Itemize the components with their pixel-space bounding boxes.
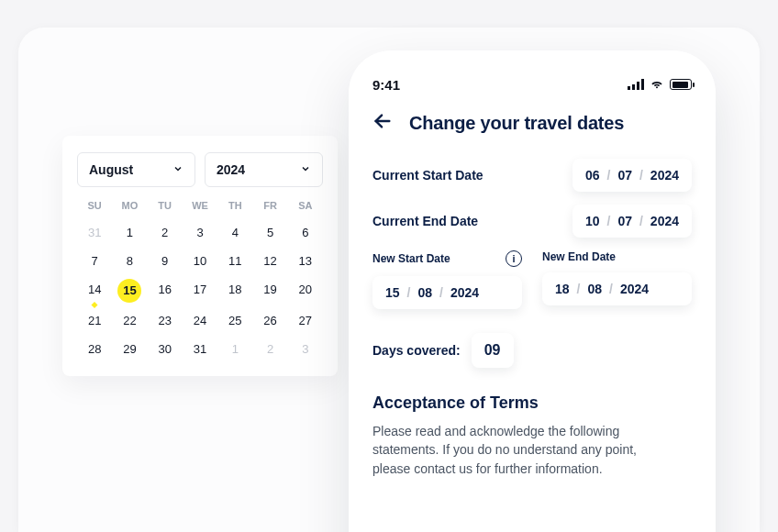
calendar-day[interactable]: 1 [112, 226, 147, 239]
weekday-header: TH [217, 200, 252, 211]
calendar-day[interactable]: 16 [148, 283, 183, 299]
calendar-day[interactable]: 23 [148, 314, 183, 327]
calendar-day[interactable]: 21 [77, 314, 112, 327]
month-select[interactable]: August [77, 152, 195, 187]
date-sep: / [639, 214, 643, 228]
date-dd: 18 [555, 282, 570, 296]
calendar-day: 3 [288, 342, 323, 356]
weekday-header: SA [288, 200, 323, 211]
phone-frame: 9:41 Change your travel dates Current St… [349, 50, 716, 532]
date-sep: / [639, 168, 643, 183]
weekday-header: TU [148, 200, 183, 211]
calendar-day[interactable]: 10 [183, 254, 217, 268]
calendar-day[interactable]: 20 [288, 283, 323, 299]
year-label: 2024 [217, 162, 245, 177]
current-end-date[interactable]: 10 / 07 / 2024 [572, 205, 692, 238]
calendar-day: 1 [217, 342, 252, 356]
days-covered-label: Days covered: [372, 343, 461, 358]
calendar-day[interactable]: 22 [112, 314, 147, 327]
calendar-day[interactable]: 28 [77, 342, 112, 356]
new-start-label: New Start Date [372, 252, 450, 265]
new-end-label: New End Date [542, 250, 616, 263]
calendar-day[interactable]: 17 [183, 283, 217, 299]
current-start-label: Current Start Date [372, 168, 483, 183]
date-sep: / [439, 285, 443, 300]
calendar-day[interactable]: 2 [148, 226, 183, 239]
month-label: August [89, 162, 133, 177]
calendar-day[interactable]: 25 [217, 314, 252, 327]
year-select[interactable]: 2024 [205, 152, 323, 187]
weekday-header: WE [183, 200, 217, 211]
new-start-date[interactable]: 15 / 08 / 2024 [372, 276, 522, 309]
date-yyyy: 2024 [650, 214, 679, 228]
status-time: 9:41 [372, 77, 400, 93]
weekday-header: MO [112, 200, 147, 211]
terms-heading: Acceptance of Terms [372, 393, 692, 413]
date-sep: / [606, 168, 610, 183]
date-yyyy: 2024 [650, 168, 679, 183]
date-mm: 08 [417, 285, 432, 300]
calendar-day[interactable]: 9 [148, 254, 183, 268]
calendar-day[interactable]: 3 [183, 226, 217, 239]
calendar-day[interactable]: 18 [217, 283, 252, 299]
terms-body: Please read and acknowledge the followin… [372, 422, 675, 478]
date-sep: / [577, 282, 581, 296]
back-button[interactable] [372, 111, 393, 135]
new-end-date[interactable]: 18 / 08 / 2024 [542, 272, 692, 305]
cellular-icon [628, 79, 644, 90]
calendar-grid: SUMOTUWETHFRSA31123456789101112131415161… [77, 200, 323, 356]
calendar-day[interactable]: 11 [217, 254, 252, 268]
calendar-day[interactable]: 26 [252, 314, 287, 327]
calendar-day[interactable]: 31 [183, 342, 217, 356]
calendar-day[interactable]: 13 [288, 254, 323, 268]
calendar-day[interactable]: 27 [288, 314, 323, 327]
date-sep: / [407, 285, 411, 300]
days-covered-value: 09 [472, 333, 514, 368]
calendar-day[interactable]: 15 [117, 279, 141, 303]
chevron-down-icon [300, 162, 311, 177]
current-end-label: Current End Date [372, 214, 478, 228]
date-sep: / [609, 282, 613, 296]
calendar-day[interactable]: 24 [183, 314, 217, 327]
calendar-card: August 2024 SUMOTUWETHFRSA31123456789101… [62, 136, 338, 376]
calendar-day: 31 [77, 226, 112, 239]
calendar-day[interactable]: 5 [252, 226, 287, 239]
info-icon[interactable]: i [506, 250, 522, 267]
page-title: Change your travel dates [409, 113, 624, 134]
battery-icon [670, 79, 692, 90]
calendar-day[interactable]: 12 [252, 254, 287, 268]
calendar-day[interactable]: 6 [288, 226, 323, 239]
calendar-day[interactable]: 4 [217, 226, 252, 239]
date-sep: / [606, 214, 610, 228]
weekday-header: FR [252, 200, 287, 211]
calendar-day[interactable]: 7 [77, 254, 112, 268]
date-yyyy: 2024 [450, 285, 479, 300]
date-mm: 07 [617, 214, 632, 228]
calendar-day[interactable]: 29 [112, 342, 147, 356]
calendar-day: 2 [252, 342, 287, 356]
current-start-date[interactable]: 06 / 07 / 2024 [572, 159, 692, 192]
date-mm: 08 [587, 282, 602, 296]
date-yyyy: 2024 [620, 282, 649, 296]
calendar-day[interactable]: 8 [112, 254, 147, 268]
date-dd: 15 [385, 285, 400, 300]
calendar-day[interactable]: 14 [77, 283, 112, 299]
calendar-day[interactable]: 30 [148, 342, 183, 356]
date-dd: 10 [585, 214, 600, 228]
date-dd: 06 [585, 168, 600, 183]
status-bar: 9:41 [372, 71, 692, 98]
calendar-day[interactable]: 19 [252, 283, 287, 299]
wifi-icon [650, 75, 664, 94]
chevron-down-icon [172, 162, 183, 177]
date-mm: 07 [617, 168, 632, 183]
weekday-header: SU [77, 200, 112, 211]
